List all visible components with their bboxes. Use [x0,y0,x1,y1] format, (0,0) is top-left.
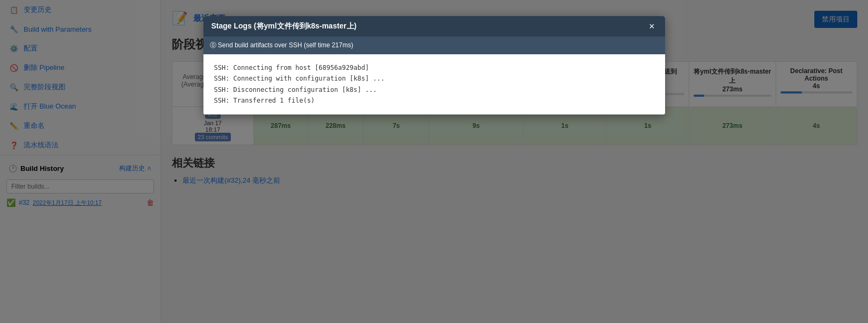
log-line-4: SSH: Transferred 1 file(s) [214,95,654,106]
modal-header: Stage Logs (将yml文件传到k8s-master上) × [203,16,665,37]
log-line-1: SSH: Connecting from host [68956a929abd] [214,62,654,73]
modal-title: Stage Logs (将yml文件传到k8s-master上) [211,21,357,31]
modal-close-button[interactable]: × [647,21,657,31]
stage-logs-modal: Stage Logs (将yml文件传到k8s-master上) × ⓪ Sen… [203,16,665,114]
modal-log-content: SSH: Connecting from host [68956a929abd]… [203,54,665,114]
modal-overlay: Stage Logs (将yml文件传到k8s-master上) × ⓪ Sen… [0,0,868,323]
log-line-3: SSH: Disconnecting configuration [k8s] .… [214,84,654,95]
modal-subheader: ⓪ Send build artifacts over SSH (self ti… [203,37,665,54]
modal-subheader-text: ⓪ Send build artifacts over SSH (self ti… [210,41,353,50]
log-line-2: SSH: Connecting with configuration [k8s]… [214,73,654,84]
